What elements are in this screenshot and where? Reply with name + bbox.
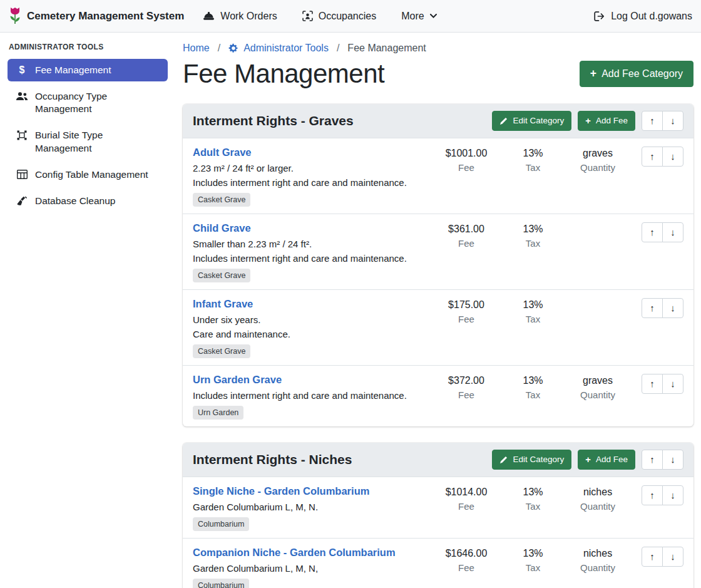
move-fee-down-button[interactable]: ↓: [662, 222, 683, 242]
add-fee-label: Add Fee: [596, 116, 628, 126]
fee-description: Garden Columbarium L, M, N,: [193, 563, 423, 574]
fee-row: Single Niche - Garden Columbarium Garden…: [183, 477, 693, 538]
fee-amount-column: $175.00 Fee: [429, 298, 503, 324]
fee-amount: $1646.00: [429, 548, 503, 559]
title-row: Fee Management + Add Fee Category: [183, 59, 693, 89]
users-icon: [15, 91, 29, 101]
move-fee-up-button[interactable]: ↑: [642, 222, 663, 242]
plus-icon: +: [585, 455, 591, 465]
move-fee-down-button[interactable]: ↓: [662, 298, 683, 318]
fee-amount: $1014.00: [429, 487, 503, 498]
fee-tax: 13%: [503, 299, 563, 311]
fee-name-link[interactable]: Single Niche - Garden Columbarium: [193, 485, 369, 497]
fee-quantity-column: graves Quantity: [563, 374, 633, 400]
logout-link[interactable]: Log Out d.gowans: [594, 11, 692, 22]
sidebar-item-database-cleanup[interactable]: Database Cleanup: [8, 190, 168, 212]
sidebar: ADMINISTRATOR TOOLS $ Fee Management Occ…: [0, 33, 175, 588]
fee-tax-column: 13% Tax: [503, 374, 563, 400]
add-fee-category-button[interactable]: + Add Fee Category: [580, 61, 693, 86]
fee-type-badge: Columbarium: [193, 517, 249, 531]
fee-amount-label: Fee: [429, 238, 503, 249]
move-fee-down-button[interactable]: ↓: [662, 547, 683, 567]
fee-tax-column: 13% Tax: [503, 298, 563, 324]
fee-row: Infant Grave Under six years.Care and ma…: [183, 289, 693, 365]
fee-info: Urn Garden Grave Includes interment righ…: [193, 374, 429, 420]
nav-more[interactable]: More: [401, 11, 436, 22]
gear-icon: [228, 43, 238, 53]
fee-type-badge: Urn Garden: [193, 406, 243, 420]
breadcrumb-separator: /: [337, 43, 339, 54]
move-category-down-button[interactable]: ↓: [662, 450, 683, 470]
move-fee-up-button[interactable]: ↑: [642, 374, 663, 394]
edit-category-button[interactable]: Edit Category: [492, 111, 571, 131]
fee-description: Garden Columbarium L, M, N.: [193, 502, 423, 512]
move-fee-down-button[interactable]: ↓: [662, 374, 683, 394]
sidebar-item-occupancy-type-management[interactable]: Occupancy Type Management: [8, 85, 168, 120]
add-fee-button[interactable]: + Add Fee: [578, 450, 635, 470]
fee-descriptions: Includes interment right and care and ma…: [193, 390, 423, 401]
fee-name-link[interactable]: Child Grave: [193, 222, 251, 234]
move-fee-up-button[interactable]: ↑: [642, 485, 663, 505]
sidebar-item-label: Fee Management: [35, 64, 111, 76]
fee-descriptions: Under six years.Care and maintenance.: [193, 314, 423, 339]
sidebar-item-label: Burial Site Type Management: [35, 129, 160, 154]
sidebar-item-label: Config Table Management: [35, 168, 148, 181]
main-content: Home / Administrator Tools / Fee Managem…: [175, 33, 701, 588]
category-reorder-group: ↑ ↓: [642, 450, 683, 470]
fee-amount: $1001.00: [429, 148, 503, 159]
fee-info: Child Grave Smaller than 2.23 m² / 24 ft…: [193, 222, 429, 282]
add-fee-button[interactable]: + Add Fee: [578, 111, 635, 131]
fee-name-link[interactable]: Companion Niche - Garden Columbarium: [193, 547, 396, 559]
fee-amount-column: $372.00 Fee: [429, 374, 503, 400]
fee-tax-label: Tax: [503, 238, 563, 249]
breadcrumb-separator: /: [218, 43, 220, 54]
move-fee-down-button[interactable]: ↓: [662, 485, 683, 505]
fee-reorder-group: ↑ ↓: [642, 147, 683, 167]
edit-category-button[interactable]: Edit Category: [492, 450, 571, 470]
fee-description: 2.23 m² / 24 ft² or larger.: [193, 163, 423, 173]
fee-description: Includes interment right and care and ma…: [193, 253, 423, 264]
fee-reorder-group: ↑ ↓: [642, 222, 683, 242]
person-bounding-box-icon: [302, 11, 313, 21]
fee-type-badge: Casket Grave: [193, 344, 250, 358]
fee-name-link[interactable]: Urn Garden Grave: [193, 374, 282, 386]
fee-tax: 13%: [503, 548, 563, 559]
fee-quantity: niches: [563, 548, 633, 559]
category-title: Interment Rights - Niches: [193, 452, 492, 467]
move-fee-up-button[interactable]: ↑: [642, 298, 663, 318]
fee-tax-label: Tax: [503, 389, 563, 400]
fee-descriptions: Garden Columbarium L, M, N,: [193, 563, 423, 574]
main-nav: Work Orders Occupancies More: [203, 11, 436, 22]
edit-category-label: Edit Category: [513, 455, 564, 465]
dollar-icon: $: [15, 65, 29, 75]
sidebar-item-fee-management[interactable]: $ Fee Management: [8, 59, 168, 81]
fee-category-header: Interment Rights - Graves Edit Category …: [183, 104, 693, 138]
fee-tax-label: Tax: [503, 562, 563, 573]
sidebar-nav: $ Fee Management Occupancy Type Manageme…: [8, 59, 168, 212]
fee-amount-column: $1646.00 Fee: [429, 547, 503, 573]
breadcrumb-admin-tools[interactable]: Administrator Tools: [228, 43, 329, 54]
brand[interactable]: Cemetery Management System: [9, 7, 184, 26]
fee-name-link[interactable]: Adult Grave: [193, 147, 252, 158]
fee-name-link[interactable]: Infant Grave: [193, 298, 253, 310]
move-fee-down-button[interactable]: ↓: [662, 147, 683, 167]
fee-amount-label: Fee: [429, 562, 503, 573]
move-fee-up-button[interactable]: ↑: [642, 547, 663, 567]
move-category-up-button[interactable]: ↑: [642, 450, 663, 470]
nav-occupancies[interactable]: Occupancies: [302, 11, 377, 22]
fee-description: Includes interment right and care and ma…: [193, 390, 423, 401]
fee-type-badge: Casket Grave: [193, 193, 250, 207]
fee-descriptions: Garden Columbarium L, M, N.: [193, 502, 423, 512]
fee-quantity-label: Quantity: [563, 562, 633, 573]
breadcrumb-home[interactable]: Home: [183, 43, 210, 54]
fee-info: Infant Grave Under six years.Care and ma…: [193, 298, 429, 358]
nav-work-orders[interactable]: Work Orders: [203, 11, 277, 22]
move-fee-up-button[interactable]: ↑: [642, 147, 663, 167]
move-category-down-button[interactable]: ↓: [662, 111, 683, 131]
move-category-up-button[interactable]: ↑: [642, 111, 663, 131]
fee-amount-label: Fee: [429, 389, 503, 400]
sidebar-item-burial-site-type-management[interactable]: Burial Site Type Management: [8, 124, 168, 159]
fee-row: Child Grave Smaller than 2.23 m² / 24 ft…: [183, 214, 693, 289]
sidebar-item-config-table-management[interactable]: Config Table Management: [8, 163, 168, 186]
fee-quantity: graves: [563, 375, 633, 386]
